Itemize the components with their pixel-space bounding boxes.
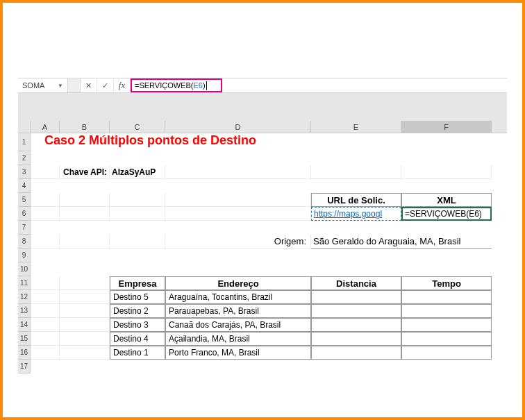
row-header-13[interactable]: 13 xyxy=(18,304,31,318)
row-header-8[interactable]: 8 xyxy=(18,235,31,249)
origem-value[interactable]: São Geraldo do Araguaia, MA, Brasil xyxy=(311,235,492,249)
worksheet-grid[interactable]: 1 Caso 2 Múltiplos pontos de Destino 2 3… xyxy=(18,133,507,402)
th-empresa[interactable]: Empresa xyxy=(110,276,165,290)
table-row[interactable]: Canaã dos Carajás, PA, Brasil xyxy=(165,318,311,332)
row-header-1[interactable]: 1 xyxy=(18,133,31,151)
table-row[interactable] xyxy=(401,346,492,360)
row-header-10[interactable]: 10 xyxy=(18,262,31,276)
row-header-4[interactable]: 4 xyxy=(18,179,31,193)
name-box[interactable]: SOMA ▼ xyxy=(18,78,68,92)
cell-E6-url[interactable]: https://maps.googl xyxy=(311,207,401,221)
api-key-label: Chave API: xyxy=(63,167,107,177)
row-header-15[interactable]: 15 xyxy=(18,332,31,346)
row-header-16[interactable]: 16 xyxy=(18,346,31,360)
select-all-corner[interactable] xyxy=(18,121,31,133)
table-row[interactable]: Destino 3 xyxy=(110,318,165,332)
th-distancia[interactable]: Distancia xyxy=(311,276,401,290)
table-row[interactable]: Açailandia, MA, Brasil xyxy=(165,332,311,346)
row-header-5[interactable]: 5 xyxy=(18,193,31,207)
row-header-11[interactable]: 11 xyxy=(18,276,31,290)
row-header-6[interactable]: 6 xyxy=(18,207,31,221)
api-key-value: AIzaSyAuP xyxy=(112,167,156,177)
col-header-C[interactable]: C xyxy=(110,121,165,133)
xml-header[interactable]: XML xyxy=(401,193,492,207)
insert-function-button[interactable]: fx xyxy=(114,78,131,92)
table-row[interactable] xyxy=(401,290,492,304)
url-header[interactable]: URL de Solic. xyxy=(311,193,401,207)
formula-bar: SOMA ▼ ✕ ✓ fx =SERVIÇOWEB(E6) xyxy=(18,78,507,93)
col-header-D[interactable]: D xyxy=(165,121,311,133)
row-header-14[interactable]: 14 xyxy=(18,318,31,332)
table-row[interactable]: Parauapebas, PA, Brasil xyxy=(165,304,311,318)
column-header-row: A B C D E F xyxy=(18,121,507,133)
table-row[interactable] xyxy=(311,318,401,332)
cancel-formula-button[interactable]: ✕ xyxy=(81,78,97,92)
table-row[interactable]: Destino 4 xyxy=(110,332,165,346)
table-row[interactable]: Destino 5 xyxy=(110,290,165,304)
th-endereco[interactable]: Endereço xyxy=(165,276,311,290)
col-header-F[interactable]: F xyxy=(401,121,492,133)
formula-suffix: ) xyxy=(203,81,206,90)
table-row[interactable]: Porto Franco, MA, Brasil xyxy=(165,346,311,360)
formula-prefix: =SERVIÇOWEB( xyxy=(135,81,193,90)
row-header-9[interactable]: 9 xyxy=(18,249,31,262)
row-header-3[interactable]: 3 xyxy=(18,165,31,179)
formula-bar-gap xyxy=(68,78,81,92)
table-row[interactable]: Destino 2 xyxy=(110,304,165,318)
col-header-E[interactable]: E xyxy=(311,121,401,133)
ribbon-gap xyxy=(18,93,507,121)
table-row[interactable]: Destino 1 xyxy=(110,346,165,360)
row-header-2[interactable]: 2 xyxy=(18,151,31,165)
col-header-A[interactable]: A xyxy=(31,121,60,133)
table-row[interactable]: Araguaína, Tocantins, Brazil xyxy=(165,290,311,304)
table-row[interactable] xyxy=(401,318,492,332)
origem-label[interactable]: Origem: xyxy=(165,235,311,249)
enter-formula-button[interactable]: ✓ xyxy=(97,78,114,92)
table-row[interactable] xyxy=(311,332,401,346)
table-row[interactable] xyxy=(311,304,401,318)
page-title: Caso 2 Múltiplos pontos de Destino xyxy=(44,133,256,148)
table-row[interactable] xyxy=(311,346,401,360)
col-header-B[interactable]: B xyxy=(60,121,110,133)
cell-F6-active[interactable]: =SERVIÇOWEB(E6) xyxy=(401,207,492,221)
row-header-7[interactable]: 7 xyxy=(18,221,31,235)
table-row[interactable] xyxy=(311,290,401,304)
table-row[interactable] xyxy=(401,304,492,318)
chevron-down-icon: ▼ xyxy=(58,83,63,89)
formula-ref: E6 xyxy=(193,81,202,90)
row-header-12[interactable]: 12 xyxy=(18,290,31,304)
row-header-17[interactable]: 17 xyxy=(18,360,31,373)
formula-input[interactable]: =SERVIÇOWEB(E6) xyxy=(131,78,222,92)
th-tempo[interactable]: Tempo xyxy=(401,276,492,290)
table-row[interactable] xyxy=(401,332,492,346)
text-cursor xyxy=(206,81,207,90)
name-box-text: SOMA xyxy=(22,81,44,90)
